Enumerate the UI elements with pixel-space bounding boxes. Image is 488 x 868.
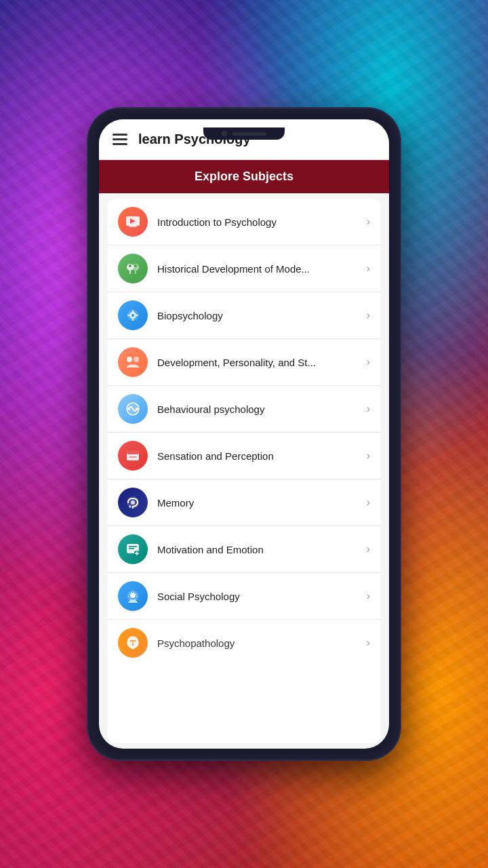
sensation-perception-icon [118, 441, 148, 471]
intro-chevron-icon: › [367, 216, 370, 228]
bio-label: Biopsychology [157, 310, 357, 321]
svg-point-34 [130, 593, 136, 598]
sensation-chevron-icon: › [367, 450, 370, 462]
camera-dot [222, 131, 227, 136]
bio-chevron-icon: › [367, 309, 370, 321]
development-personality-icon [118, 347, 148, 377]
sensation-label: Sensation and Perception [157, 450, 357, 462]
hamburger-menu-button[interactable] [113, 134, 127, 145]
memory-chevron-icon: › [367, 496, 370, 509]
svg-point-6 [134, 264, 137, 267]
speaker-bar [232, 132, 266, 136]
section-header: Explore Subjects [99, 160, 389, 193]
list-item-bio[interactable]: Biopsychology › [107, 292, 381, 339]
list-item-intro[interactable]: Introduction to Psychology › [107, 199, 381, 245]
memory-icon [118, 488, 148, 517]
subjects-list: Introduction to Psychology › [107, 199, 381, 743]
historical-label: Historical Development of Mode... [157, 263, 357, 275]
behav-label: Behavioural psychology [157, 403, 357, 415]
historical-development-icon [118, 254, 148, 283]
phone-notch [203, 127, 285, 140]
svg-point-5 [129, 264, 131, 267]
social-psychology-icon [118, 581, 148, 611]
list-item-memory[interactable]: Memory › [107, 479, 381, 526]
phone-frame: learn Psychology Explore Subjects [88, 108, 400, 760]
svg-rect-2 [129, 226, 137, 227]
list-item-historical[interactable]: Historical Development of Mode... › [107, 245, 381, 292]
list-item-sensation[interactable]: Sensation and Perception › [107, 433, 381, 479]
section-title: Explore Subjects [195, 170, 293, 183]
svg-point-16 [127, 357, 132, 362]
social-chevron-icon: › [367, 590, 370, 602]
phone-wrapper: learn Psychology Explore Subjects [0, 0, 488, 868]
psychopathology-icon [118, 628, 148, 658]
behavioural-psychology-icon [118, 394, 148, 424]
list-item-psycho[interactable]: Psychopathology › [107, 620, 381, 666]
dev-label: Development, Personality, and St... [157, 357, 357, 368]
svg-point-19 [127, 408, 130, 410]
memory-label: Memory [157, 497, 357, 509]
list-item-dev[interactable]: Development, Personality, and St... › [107, 339, 381, 386]
social-label: Social Psychology [157, 591, 357, 602]
biopsychology-icon [118, 300, 148, 330]
svg-point-25 [131, 500, 135, 505]
svg-rect-23 [129, 456, 137, 458]
svg-point-11 [131, 314, 134, 317]
svg-point-20 [136, 408, 138, 410]
intro-psychology-icon [118, 207, 148, 237]
intro-label: Introduction to Psychology [157, 216, 357, 228]
list-item-social[interactable]: Social Psychology › [107, 573, 381, 620]
svg-point-26 [129, 505, 131, 508]
list-item-motivation[interactable]: Motivation and Emotion › [107, 526, 381, 573]
motivation-label: Motivation and Emotion [157, 544, 357, 555]
historical-chevron-icon: › [367, 262, 370, 275]
svg-point-17 [134, 357, 139, 362]
motivation-chevron-icon: › [367, 543, 370, 555]
behav-chevron-icon: › [367, 403, 370, 415]
motivation-emotion-icon [118, 534, 148, 564]
app-header: learn Psychology [99, 119, 389, 160]
dev-chevron-icon: › [367, 356, 370, 368]
psycho-chevron-icon: › [367, 637, 370, 649]
svg-rect-22 [127, 451, 139, 454]
phone-screen: learn Psychology Explore Subjects [99, 119, 389, 749]
psycho-label: Psychopathology [157, 637, 357, 649]
list-item-behav[interactable]: Behavioural psychology › [107, 386, 381, 433]
